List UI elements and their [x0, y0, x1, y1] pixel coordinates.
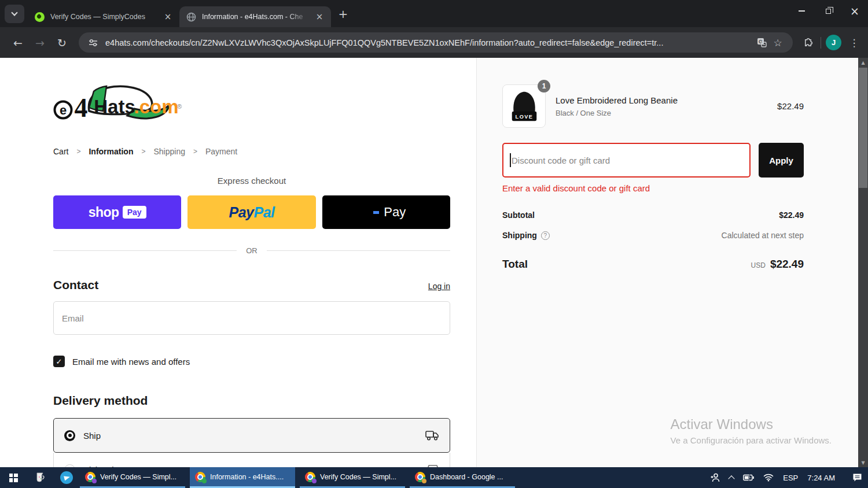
- subtotal-value: $22.49: [779, 210, 804, 220]
- breadcrumb-payment: Payment: [205, 147, 237, 156]
- or-label: OR: [237, 246, 267, 255]
- tab-title: Information - e4Hats.com - Che: [202, 13, 310, 21]
- url-text[interactable]: e4hats.com/checkouts/cn/Z2NwLXVzLWVhc3Qx…: [105, 38, 753, 47]
- globe-favicon-icon: [186, 12, 196, 22]
- tab-title: Verify Codes — SimplyCodes: [50, 13, 159, 21]
- reload-button[interactable]: ↻: [52, 33, 72, 53]
- tab-close-icon[interactable]: ×: [314, 11, 325, 23]
- shipping-row: Shipping ? Calculated at next step: [502, 231, 804, 240]
- action-center-icon[interactable]: [852, 473, 862, 482]
- total-row: Total USD$22.49: [502, 258, 804, 271]
- wifi-icon[interactable]: [763, 474, 774, 482]
- new-tab-button[interactable]: +: [334, 5, 352, 23]
- page-scrollbar[interactable]: ▲ ▼: [858, 58, 868, 467]
- google-pay-button[interactable]: Pay: [322, 195, 450, 229]
- tab-search-button[interactable]: [5, 5, 24, 23]
- shop-pay-logo: shop: [89, 205, 119, 220]
- telegram-icon[interactable]: [53, 467, 80, 488]
- express-pay-buttons: shop Pay PayPal Pay: [53, 195, 450, 229]
- help-icon[interactable]: ?: [541, 231, 550, 240]
- beanie-image: LOVE: [507, 89, 541, 124]
- site-info-icon[interactable]: [86, 35, 101, 50]
- delivery-options: Ship Pickup in store: [53, 418, 450, 467]
- windows-logo-icon: [9, 474, 18, 482]
- taskbar-item-e4hats[interactable]: Information - e4Hats....: [190, 467, 295, 488]
- restore-button[interactable]: [815, 0, 841, 22]
- breadcrumb-cart[interactable]: Cart: [53, 147, 68, 156]
- discount-row: Apply: [502, 143, 804, 178]
- subtotal-row: Subtotal $22.49: [502, 210, 804, 220]
- taskbar-item-verify-codes-1[interactable]: Verify Codes — Simpl...: [80, 467, 185, 488]
- close-icon: ×: [850, 6, 859, 17]
- close-button[interactable]: ×: [841, 0, 868, 22]
- browser-menu-icon[interactable]: ⋮: [846, 37, 862, 49]
- start-button[interactable]: [0, 467, 27, 488]
- svg-text:G: G: [758, 39, 762, 45]
- address-bar[interactable]: e4hats.com/checkouts/cn/Z2NwLXVzLWVhc3Qx…: [79, 32, 793, 53]
- scroll-up-icon[interactable]: ▲: [858, 58, 868, 67]
- shipping-label: Shipping: [502, 231, 537, 240]
- translate-icon[interactable]: G: [753, 35, 770, 51]
- back-button[interactable]: ←: [8, 33, 28, 53]
- contact-heading: Contact: [53, 278, 98, 292]
- forward-button[interactable]: →: [30, 33, 50, 53]
- e4hats-logo[interactable]: e 4 Hats .com ®: [53, 81, 189, 134]
- product-thumbnail: 1 LOVE: [502, 84, 546, 128]
- bookmark-star-icon[interactable]: ☆: [770, 35, 786, 51]
- shipping-value: Calculated at next step: [722, 231, 804, 240]
- battery-icon[interactable]: [743, 474, 754, 481]
- tab-e4hats-checkout[interactable]: Information - e4Hats.com - Che ×: [179, 6, 331, 27]
- clock[interactable]: 7:24 AM: [807, 474, 835, 482]
- delivery-option-pickup[interactable]: Pickup in store: [53, 453, 450, 467]
- shop-pay-button[interactable]: shop Pay: [53, 195, 181, 229]
- chrome-icon: [305, 472, 315, 482]
- minimize-button[interactable]: [788, 0, 815, 22]
- delivery-method-heading: Delivery method: [53, 394, 450, 408]
- newsletter-row[interactable]: ✓ Email me with news and offers: [53, 356, 450, 367]
- product-name: Love Embroidered Long Beanie: [556, 95, 767, 105]
- toolbar-divider: [821, 37, 821, 49]
- product-variant: Black / One Size: [556, 109, 767, 117]
- product-price: $22.49: [777, 101, 804, 111]
- pitcher-app-icon[interactable]: [27, 467, 53, 488]
- toolbar-actions: J ⋮: [800, 35, 862, 51]
- login-link[interactable]: Log in: [428, 282, 450, 291]
- breadcrumb-information: Information: [89, 147, 133, 156]
- minimize-icon: [799, 10, 805, 12]
- subtotal-label: Subtotal: [502, 210, 535, 220]
- apply-discount-button[interactable]: Apply: [759, 143, 804, 178]
- chrome-icon: [195, 472, 205, 482]
- paypal-button[interactable]: PayPal: [187, 195, 315, 229]
- email-field[interactable]: [53, 301, 450, 335]
- tab-simplycodes[interactable]: Verify Codes — SimplyCodes ×: [28, 6, 179, 27]
- scrollbar-thumb[interactable]: [859, 68, 867, 188]
- svg-text:e: e: [60, 103, 67, 117]
- taskbar-item-dashboard[interactable]: Dashboard - Google ...: [410, 467, 515, 488]
- discount-error-message: Enter a valid discount code or gift card: [502, 183, 804, 193]
- extensions-icon[interactable]: [800, 35, 816, 51]
- taskbar-item-verify-codes-2[interactable]: Verify Codes — Simpl...: [300, 467, 405, 488]
- delivery-option-ship[interactable]: Ship: [53, 418, 450, 453]
- svg-text:4: 4: [75, 93, 88, 123]
- discount-code-input[interactable]: [502, 143, 751, 178]
- google-g-icon: [366, 206, 379, 219]
- language-indicator[interactable]: ESP: [783, 474, 798, 482]
- scroll-down-icon[interactable]: ▼: [858, 458, 868, 467]
- tray-expand-icon[interactable]: [729, 475, 735, 482]
- people-icon[interactable]: [709, 473, 720, 482]
- radio-selected-icon[interactable]: [64, 430, 75, 441]
- svg-text:®: ®: [177, 103, 182, 110]
- chevron-down-icon: [11, 9, 17, 16]
- browser-toolbar: ← → ↻ e4hats.com/checkouts/cn/Z2NwLXVzLW…: [0, 27, 868, 58]
- total-value: $22.49: [770, 258, 804, 270]
- newsletter-checkbox[interactable]: ✓: [53, 356, 65, 367]
- or-divider: OR: [53, 246, 450, 255]
- restore-icon: [826, 9, 831, 14]
- browser-tab-strip: Verify Codes — SimplyCodes × Information…: [0, 0, 868, 27]
- chevron-right-icon: >: [193, 147, 197, 156]
- profile-avatar[interactable]: J: [826, 35, 841, 50]
- svg-text:Hats: Hats: [94, 96, 135, 117]
- tab-close-icon[interactable]: ×: [162, 11, 174, 23]
- window-controls: ×: [788, 0, 868, 22]
- windows-taskbar: Verify Codes — Simpl... Information - e4…: [0, 467, 868, 488]
